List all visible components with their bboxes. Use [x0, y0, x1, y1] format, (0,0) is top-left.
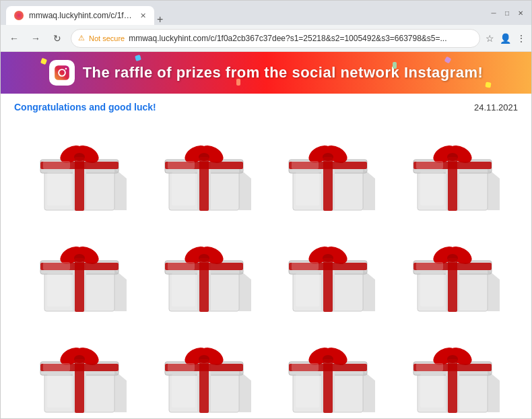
svg-rect-37 [296, 172, 319, 205]
gift-grid [1, 118, 531, 418]
svg-rect-62 [43, 262, 70, 270]
svg-marker-139 [488, 370, 500, 412]
gift-item[interactable] [394, 327, 512, 418]
gift-item[interactable] [394, 226, 512, 320]
svg-rect-86 [292, 262, 319, 270]
sub-header: Congratulations and good luck! 24.11.202… [1, 94, 531, 118]
gift-item[interactable] [145, 125, 263, 219]
close-button[interactable]: ✕ [515, 7, 526, 18]
svg-marker-103 [114, 370, 127, 412]
svg-rect-50 [416, 161, 443, 169]
gift-item[interactable] [394, 125, 512, 219]
forward-button[interactable]: → [28, 30, 44, 46]
lock-icon: ⚠ [78, 34, 85, 42]
svg-rect-98 [416, 262, 443, 270]
gift-item[interactable] [145, 327, 263, 418]
profile-icon[interactable]: 👤 [500, 33, 511, 44]
tab-area: mmwaq.luckyhint.com/c/1f0a2cb... ✕ + [6, 1, 484, 25]
menu-icon[interactable]: ⋮ [517, 33, 526, 44]
svg-marker-55 [114, 269, 127, 311]
window-controls: ─ □ ✕ [488, 7, 526, 18]
svg-rect-122 [168, 363, 195, 371]
tab-favicon-icon [14, 11, 24, 20]
address-bar: ← → ↻ ⚠ Not secure mmwaq.luckyhint.com/c… [1, 25, 531, 52]
instagram-icon [49, 60, 75, 86]
browser-frame: mmwaq.luckyhint.com/c/1f0a2cb... ✕ + ─ □… [0, 0, 532, 419]
svg-rect-25 [172, 172, 195, 205]
svg-rect-61 [47, 273, 71, 307]
svg-marker-91 [488, 269, 500, 311]
svg-rect-0 [55, 65, 69, 80]
gift-item[interactable] [145, 226, 263, 320]
svg-marker-19 [239, 168, 251, 210]
svg-rect-145 [420, 374, 444, 408]
gift-item[interactable] [21, 327, 139, 418]
svg-rect-73 [172, 273, 195, 307]
minimize-button[interactable]: ─ [488, 7, 499, 18]
svg-marker-67 [239, 269, 251, 311]
back-button[interactable]: ← [6, 30, 22, 46]
svg-point-2 [65, 68, 67, 70]
svg-rect-85 [296, 273, 319, 307]
banner-title: The raffle of prizes from the social net… [83, 64, 484, 82]
congrats-text: Congratulations and good luck! [14, 102, 156, 112]
maximize-button[interactable]: □ [502, 7, 512, 18]
svg-rect-121 [172, 374, 195, 408]
svg-rect-133 [296, 374, 319, 408]
svg-rect-97 [420, 273, 444, 307]
gift-item[interactable] [269, 125, 387, 219]
svg-rect-14 [43, 161, 70, 169]
date-text: 24.11.2021 [474, 102, 518, 112]
browser-tab[interactable]: mmwaq.luckyhint.com/c/1f0a2cb... ✕ [6, 6, 154, 25]
svg-marker-79 [363, 269, 375, 311]
svg-rect-74 [168, 262, 195, 270]
reload-button[interactable]: ↻ [49, 30, 65, 46]
page-content: The raffle of prizes from the social net… [1, 52, 531, 418]
not-secure-label: Not secure [89, 34, 125, 42]
url-field[interactable]: ⚠ Not secure mmwaq.luckyhint.com/c/1f0a2… [71, 29, 480, 48]
svg-rect-38 [292, 161, 319, 169]
svg-marker-127 [363, 370, 375, 412]
svg-rect-110 [43, 363, 70, 371]
title-bar: mmwaq.luckyhint.com/c/1f0a2cb... ✕ + ─ □… [1, 1, 531, 25]
gift-item[interactable] [269, 226, 387, 320]
svg-rect-49 [420, 172, 444, 205]
gift-item[interactable] [21, 226, 139, 320]
svg-marker-7 [114, 168, 127, 210]
svg-rect-26 [168, 161, 195, 169]
new-tab-button[interactable]: + [157, 14, 163, 25]
svg-rect-146 [416, 363, 443, 371]
gift-item[interactable] [21, 125, 139, 219]
svg-rect-134 [292, 363, 319, 371]
tab-title: mmwaq.luckyhint.com/c/1f0a2cb... [29, 11, 135, 20]
svg-rect-13 [47, 172, 71, 205]
svg-marker-115 [239, 370, 251, 412]
svg-marker-31 [363, 168, 375, 210]
tab-close-button[interactable]: ✕ [140, 11, 146, 20]
bookmark-icon[interactable]: ☆ [486, 33, 494, 44]
svg-rect-109 [47, 374, 71, 408]
banner: The raffle of prizes from the social net… [1, 52, 531, 94]
gift-item[interactable] [269, 327, 387, 418]
svg-marker-43 [488, 168, 500, 210]
url-text: mmwaq.luckyhint.com/c/1f0a2cb367c37dee?s… [129, 34, 473, 43]
